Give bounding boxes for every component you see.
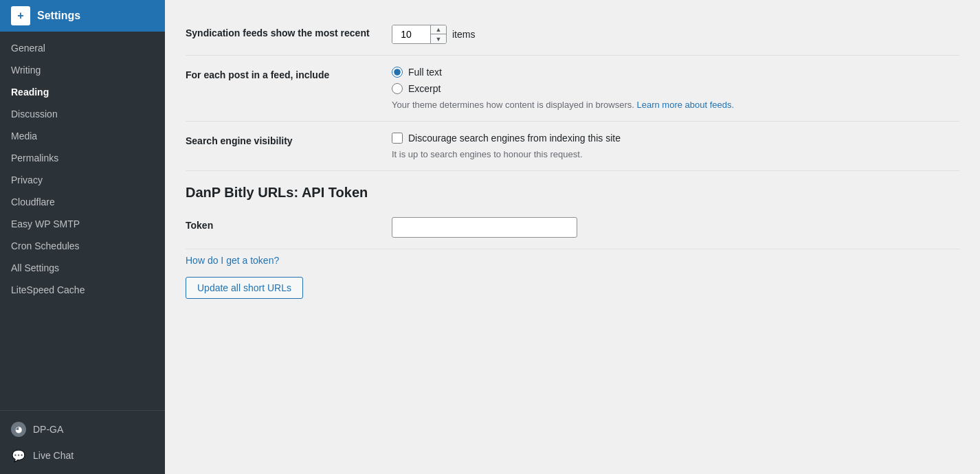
sidebar-item-all-settings[interactable]: All Settings	[0, 257, 165, 279]
sidebar-item-label: Cron Schedules	[11, 240, 80, 251]
feed-radio-group: Full text Excerpt	[392, 67, 959, 94]
main-content: Syndication feeds show the most recent ▲…	[165, 0, 980, 474]
sidebar-item-label: Easy WP SMTP	[11, 218, 80, 229]
sidebar-item-privacy[interactable]: Privacy	[0, 169, 165, 191]
update-short-urls-button[interactable]: Update all short URLs	[186, 277, 303, 299]
sidebar-item-cloudflare[interactable]: Cloudflare	[0, 191, 165, 213]
sidebar-item-writing[interactable]: Writing	[0, 59, 165, 81]
dp-ga-icon: ◕	[11, 422, 26, 437]
token-label: Token	[186, 217, 378, 231]
search-engine-label: Search engine visibility	[186, 133, 378, 146]
feed-content-row: For each post in a feed, include Full te…	[186, 56, 959, 122]
search-engine-row: Search engine visibility Discourage sear…	[186, 122, 959, 171]
sidebar-item-general[interactable]: General	[0, 37, 165, 59]
excerpt-radio[interactable]	[392, 83, 403, 94]
search-engine-checkbox-text: Discourage search engines from indexing …	[408, 133, 621, 144]
spinner-buttons: ▲ ▼	[430, 25, 446, 43]
live-chat-icon: 💬	[11, 448, 26, 463]
sidebar-item-label: LiteSpeed Cache	[11, 284, 85, 295]
syndication-input-wrap: ▲ ▼ items	[392, 25, 959, 44]
syndication-row: Syndication feeds show the most recent ▲…	[186, 14, 959, 56]
excerpt-label: Excerpt	[408, 83, 441, 94]
get-token-link[interactable]: How do I get a token?	[186, 255, 279, 266]
syndication-spinner: ▲ ▼	[392, 25, 447, 44]
full-text-radio[interactable]	[392, 67, 403, 78]
sidebar-footer-label: DP-GA	[33, 424, 63, 435]
sidebar-item-label: Cloudflare	[11, 196, 55, 207]
full-text-radio-label[interactable]: Full text	[392, 67, 959, 78]
search-engine-checkbox-label[interactable]: Discourage search engines from indexing …	[392, 133, 959, 144]
full-text-label: Full text	[408, 67, 442, 78]
sidebar-item-live-chat[interactable]: 💬 Live Chat	[0, 442, 165, 469]
search-engine-help-text: It is up to search engines to honour thi…	[392, 149, 959, 159]
sidebar-item-label: General	[11, 43, 45, 54]
sidebar-item-label: All Settings	[11, 262, 59, 273]
sidebar-title: Settings	[37, 10, 80, 22]
spinner-down-button[interactable]: ▼	[431, 34, 446, 43]
feed-help-text: Your theme determines how content is dis…	[392, 100, 959, 110]
syndication-control: ▲ ▼ items	[392, 25, 959, 44]
token-control	[392, 217, 959, 238]
sidebar-item-easy-wp-smtp[interactable]: Easy WP SMTP	[0, 213, 165, 235]
sidebar-item-label: Privacy	[11, 174, 43, 185]
sidebar-item-label: Reading	[11, 87, 49, 98]
sidebar: + Settings General Writing Reading Discu…	[0, 0, 165, 474]
token-row: Token	[186, 206, 959, 249]
sidebar-item-cron-schedules[interactable]: Cron Schedules	[0, 235, 165, 257]
wp-logo: +	[11, 6, 30, 25]
sidebar-item-label: Discussion	[11, 109, 58, 120]
sidebar-header: + Settings	[0, 0, 165, 32]
spinner-up-button[interactable]: ▲	[431, 25, 446, 34]
sidebar-item-permalinks[interactable]: Permalinks	[0, 147, 165, 169]
bitly-section-heading: DanP Bitly URLs: API Token	[186, 185, 959, 201]
token-input[interactable]	[392, 217, 577, 238]
items-label: items	[452, 29, 475, 40]
sidebar-item-litespeed-cache[interactable]: LiteSpeed Cache	[0, 279, 165, 301]
sidebar-item-label: Writing	[11, 65, 41, 76]
sidebar-item-reading[interactable]: Reading	[0, 81, 165, 103]
sidebar-nav: General Writing Reading Discussion Media…	[0, 32, 165, 410]
sidebar-footer: ◕ DP-GA 💬 Live Chat	[0, 410, 165, 474]
search-engine-checkbox[interactable]	[392, 133, 403, 144]
sidebar-item-discussion[interactable]: Discussion	[0, 103, 165, 125]
sidebar-item-label: Permalinks	[11, 153, 58, 163]
feed-content-label: For each post in a feed, include	[186, 67, 378, 80]
sidebar-item-media[interactable]: Media	[0, 125, 165, 147]
search-engine-control: Discourage search engines from indexing …	[392, 133, 959, 159]
syndication-label: Syndication feeds show the most recent	[186, 25, 378, 38]
syndication-input[interactable]	[392, 25, 430, 43]
learn-more-link[interactable]: Learn more about feeds.	[637, 100, 735, 110]
feed-content-control: Full text Excerpt Your theme determines …	[392, 67, 959, 110]
sidebar-footer-label: Live Chat	[33, 450, 74, 461]
sidebar-item-dp-ga[interactable]: ◕ DP-GA	[0, 416, 165, 442]
excerpt-radio-label[interactable]: Excerpt	[392, 83, 959, 94]
sidebar-item-label: Media	[11, 131, 37, 142]
